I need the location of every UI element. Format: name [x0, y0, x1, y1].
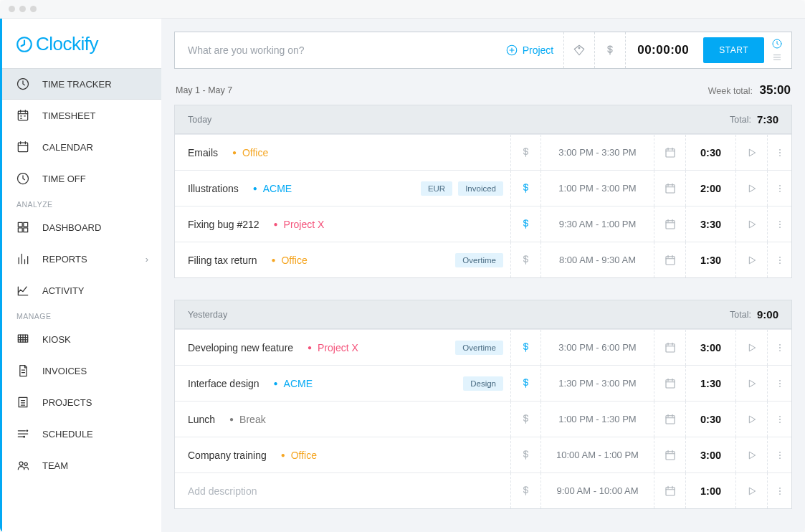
entry-menu-button[interactable]: [767, 135, 791, 170]
billable-toggle[interactable]: [510, 171, 540, 206]
resume-button[interactable]: [735, 242, 767, 277]
entry-project[interactable]: Office: [281, 255, 307, 266]
time-entry[interactable]: Fixing bug #212 ● Project X9:30 AM - 1:0…: [175, 206, 791, 242]
project-selector[interactable]: Project: [495, 44, 564, 57]
resume-button[interactable]: [735, 135, 767, 170]
entry-menu-button[interactable]: [767, 206, 791, 242]
tag-badge[interactable]: Overtime: [455, 341, 503, 355]
time-entry[interactable]: Developing new feature ● Project XOverti…: [175, 329, 791, 365]
tag-badge[interactable]: EUR: [421, 181, 452, 196]
time-entry[interactable]: Add description9:00 AM - 10:00 AM1:00: [175, 472, 791, 508]
tag-badge[interactable]: Invoiced: [458, 181, 503, 196]
entry-duration[interactable]: 1:30: [685, 242, 735, 277]
entry-time-range[interactable]: 1:00 PM - 1:30 PM: [540, 402, 654, 437]
billable-toggle[interactable]: [510, 402, 540, 437]
resume-button[interactable]: [735, 206, 767, 242]
date-picker-button[interactable]: [654, 437, 685, 472]
date-picker-button[interactable]: [654, 206, 685, 242]
tag-button[interactable]: [564, 32, 594, 68]
billable-toggle[interactable]: [510, 206, 540, 242]
entry-description[interactable]: Filing tax return ● Office: [175, 255, 455, 266]
time-entry[interactable]: Illustrations ● ACMEEURInvoiced1:00 PM -…: [175, 170, 791, 206]
billable-button[interactable]: [595, 32, 625, 68]
entry-project[interactable]: ACME: [263, 183, 292, 194]
task-input[interactable]: [188, 44, 495, 56]
entry-time-range[interactable]: 10:00 AM - 1:00 PM: [540, 437, 654, 472]
sidebar-item-invoices[interactable]: INVOICES: [2, 355, 161, 386]
time-entry[interactable]: Filing tax return ● OfficeOvertime8:00 A…: [175, 242, 791, 277]
time-entry[interactable]: Interface design ● ACMEDesign1:30 PM - 3…: [175, 365, 791, 401]
entry-description[interactable]: Interface design ● ACME: [175, 378, 463, 389]
sidebar-item-dashboard[interactable]: DASHBOARD: [2, 212, 161, 243]
date-picker-button[interactable]: [654, 473, 685, 508]
entry-time-range[interactable]: 1:00 PM - 3:00 PM: [540, 171, 654, 206]
entry-duration[interactable]: 3:30: [685, 206, 735, 242]
entry-time-range[interactable]: 8:00 AM - 9:30 AM: [540, 242, 654, 277]
billable-toggle[interactable]: [510, 135, 540, 170]
entry-menu-button[interactable]: [767, 171, 791, 206]
date-picker-button[interactable]: [654, 330, 685, 365]
entry-menu-button[interactable]: [767, 242, 791, 277]
entry-duration[interactable]: 0:30: [685, 135, 735, 170]
entry-description[interactable]: Illustrations ● ACME: [175, 183, 421, 194]
entry-menu-button[interactable]: [767, 402, 791, 437]
tag-badge[interactable]: Overtime: [455, 253, 503, 267]
entry-project[interactable]: Office: [242, 147, 268, 158]
date-picker-button[interactable]: [654, 242, 685, 277]
entry-project[interactable]: Project X: [318, 342, 358, 353]
resume-button[interactable]: [735, 366, 767, 401]
date-picker-button[interactable]: [654, 366, 685, 401]
time-entry[interactable]: Emails ● Office3:00 PM - 3:30 PM0:30: [175, 134, 791, 170]
billable-toggle[interactable]: [510, 242, 540, 277]
sidebar-item-kiosk[interactable]: KIOSK: [2, 323, 161, 355]
entry-time-range[interactable]: 9:30 AM - 1:00 PM: [540, 206, 654, 242]
sidebar-item-team[interactable]: TEAM: [2, 450, 161, 481]
date-picker-button[interactable]: [654, 402, 685, 437]
date-picker-button[interactable]: [654, 135, 685, 170]
entry-duration[interactable]: 1:30: [685, 366, 735, 401]
resume-button[interactable]: [735, 330, 767, 365]
sidebar-item-time-off[interactable]: TIME OFF: [2, 163, 161, 194]
entry-time-range[interactable]: 9:00 AM - 10:00 AM: [540, 473, 654, 508]
entry-menu-button[interactable]: [767, 473, 791, 508]
entry-time-range[interactable]: 3:00 PM - 6:00 PM: [540, 330, 654, 365]
time-entry[interactable]: Company training ● Office10:00 AM - 1:00…: [175, 437, 791, 472]
entry-menu-button[interactable]: [767, 330, 791, 365]
entry-description[interactable]: Company training ● Office: [175, 450, 503, 461]
entry-project[interactable]: Break: [239, 414, 266, 425]
entry-time-range[interactable]: 3:00 PM - 3:30 PM: [540, 135, 654, 170]
date-picker-button[interactable]: [654, 171, 685, 206]
sidebar-item-reports[interactable]: REPORTS›: [2, 243, 161, 275]
entry-description[interactable]: Add description: [175, 485, 503, 497]
entry-project[interactable]: ACME: [284, 378, 313, 389]
entry-description[interactable]: Fixing bug #212 ● Project X: [175, 219, 503, 230]
sidebar-item-timesheet[interactable]: TIMESHEET: [2, 100, 161, 131]
sidebar-item-calendar[interactable]: CALENDAR: [2, 131, 161, 163]
entry-description[interactable]: Lunch ● Break: [175, 414, 503, 425]
entry-description[interactable]: Developing new feature ● Project X: [175, 342, 455, 353]
billable-toggle[interactable]: [510, 366, 540, 401]
time-entry[interactable]: Lunch ● Break1:00 PM - 1:30 PM0:30: [175, 401, 791, 437]
tag-badge[interactable]: Design: [463, 376, 503, 391]
entry-duration[interactable]: 3:00: [685, 330, 735, 365]
entry-duration[interactable]: 0:30: [685, 402, 735, 437]
entry-duration[interactable]: 1:00: [685, 473, 735, 508]
sidebar-item-projects[interactable]: PROJECTS: [2, 386, 161, 418]
resume-button[interactable]: [735, 171, 767, 206]
billable-toggle[interactable]: [510, 437, 540, 472]
mode-toggle[interactable]: [771, 38, 791, 63]
entry-description[interactable]: Emails ● Office: [175, 147, 503, 158]
billable-toggle[interactable]: [510, 330, 540, 365]
sidebar-item-schedule[interactable]: SCHEDULE: [2, 418, 161, 450]
entry-project[interactable]: Project X: [284, 219, 325, 230]
entry-project[interactable]: Office: [291, 450, 317, 461]
resume-button[interactable]: [735, 402, 767, 437]
start-button[interactable]: START: [703, 37, 764, 63]
entry-duration[interactable]: 3:00: [685, 437, 735, 472]
sidebar-item-activity[interactable]: ACTIVITY: [2, 275, 161, 306]
entry-menu-button[interactable]: [767, 437, 791, 472]
entry-menu-button[interactable]: [767, 366, 791, 401]
entry-time-range[interactable]: 1:30 PM - 3:00 PM: [540, 366, 654, 401]
resume-button[interactable]: [735, 473, 767, 508]
resume-button[interactable]: [735, 437, 767, 472]
